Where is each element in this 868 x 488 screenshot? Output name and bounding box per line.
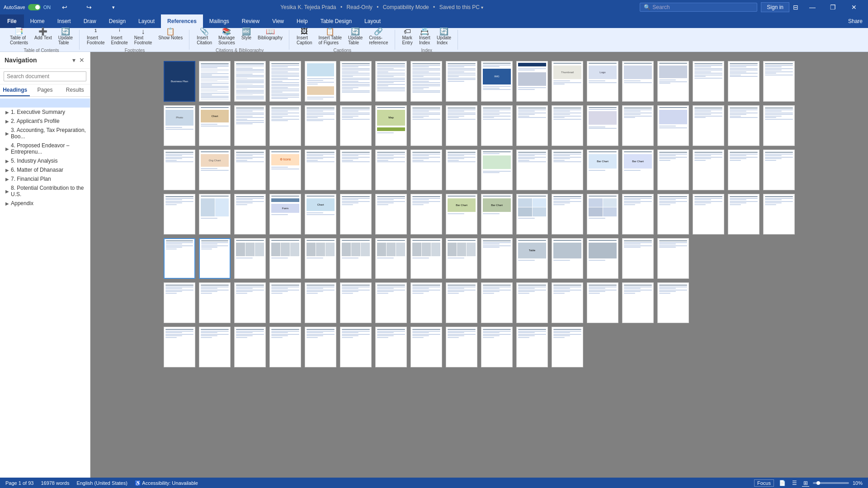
page-thumb-3[interactable] [234,61,266,102]
close-button[interactable]: ✕ [844,0,864,14]
next-footnote-btn[interactable]: ↓ NextFootnote [132,27,155,46]
page-thumb-r3-17[interactable] [728,150,760,190]
page-thumb-r6-4[interactable] [269,282,301,323]
page-thumb-r3-2[interactable]: Org Chart [199,150,231,190]
sign-in-button[interactable]: Sign in [761,2,789,12]
page-thumb-r4-10[interactable]: Bar Chart [481,194,513,235]
nav-item-proposed[interactable]: ▶ 4. Proposed Endeavor – Entreprenu... [0,141,90,156]
page-thumb-r4-4[interactable]: Form [269,194,301,235]
nav-item-exec-summary[interactable]: ▶ 1. Executive Summary [0,108,90,117]
tab-design[interactable]: Design [103,14,132,28]
page-thumb-r2-9[interactable] [446,105,477,146]
insert-citation-btn[interactable]: 📎 InsertCitation [194,27,215,46]
page-thumb-r4-3[interactable] [234,194,266,235]
page-thumb-r5-3[interactable] [234,238,266,279]
page-thumb-r5-9[interactable] [446,238,477,279]
nav-item-industry[interactable]: ▶ 5. Industry Analysis [0,156,90,165]
page-thumb-r4-8[interactable] [410,194,442,235]
show-notes-btn[interactable]: 📋 Show Notes [156,27,185,46]
insert-endnote-btn[interactable]: ⁱ InsertEndnote [108,27,131,46]
page-thumb-r5-15[interactable] [657,238,689,279]
nav-item-financial[interactable]: ▶ 7. Financial Plan [0,174,90,183]
ribbon-display-options[interactable]: ⊟ [793,4,798,11]
page-thumb-r3-5[interactable] [305,150,336,190]
manage-sources-btn[interactable]: 📚 ManageSources [216,27,238,46]
page-thumb-r5-8[interactable] [410,238,442,279]
page-thumb-r5-7[interactable] [375,238,407,279]
page-thumb-r4-14[interactable] [622,194,654,235]
nav-item-appendix[interactable]: ▶ Appendix [0,199,90,208]
page-thumb-18[interactable] [763,61,795,102]
nav-tab-headings[interactable]: Headings [0,84,30,96]
document-area[interactable]: Business Plan [90,52,868,478]
bibliography-btn[interactable]: 📖 Bibliography [255,27,285,46]
minimize-button[interactable]: — [802,0,823,14]
table-of-contents-btn[interactable]: 📑 Table ofContents [7,27,31,46]
page-thumb-r2-17[interactable] [728,105,760,146]
page-thumb-r2-1[interactable]: Photo [164,105,195,146]
page-thumb-r5-14[interactable] [622,238,654,279]
nav-close-button[interactable]: ✕ [78,56,85,65]
view-outline-btn[interactable]: ☰ [791,480,798,486]
page-thumb-8[interactable] [410,61,442,102]
share-button[interactable]: Share [843,14,868,28]
page-thumb-r3-6[interactable] [340,150,372,190]
page-thumb-r3-15[interactable] [657,150,689,190]
page-thumb-r6-1[interactable] [164,282,195,323]
update-table2-btn[interactable]: 🔄 UpdateTable [345,27,365,46]
page-thumb-7[interactable] [375,61,407,102]
tab-draw[interactable]: Draw [77,14,103,28]
zoom-slider[interactable] [813,482,849,484]
tab-home[interactable]: Home [24,14,51,28]
page-thumb-r5-6[interactable] [340,238,372,279]
page-thumb-r3-4[interactable]: ⚙ Icons [269,150,301,190]
page-thumb-6[interactable] [340,61,372,102]
page-thumb-r3-12[interactable] [552,150,583,190]
page-thumb-r5-4[interactable] [269,238,301,279]
tab-layout[interactable]: Layout [132,14,161,28]
page-thumb-r7-3[interactable] [234,327,266,367]
page-thumb-r6-6[interactable] [340,282,372,323]
page-thumb-r4-1[interactable] [164,194,195,235]
page-thumb-16[interactable] [693,61,724,102]
page-thumb-r5-5[interactable] [305,238,336,279]
page-thumb-r3-18[interactable] [763,150,795,190]
page-thumb-r2-14[interactable] [622,105,654,146]
nav-item-accounting[interactable]: ▶ 3. Accounting, Tax Preparation, Boo... [0,126,90,141]
title-search-input[interactable] [652,4,743,10]
page-thumb-r3-11[interactable] [516,150,548,190]
page-thumb-12[interactable]: Thumbnail [552,61,583,102]
page-thumb-r7-12[interactable] [552,327,583,367]
page-thumb-9[interactable] [446,61,477,102]
tab-mailings[interactable]: Mailings [203,14,236,28]
page-thumb-r3-13[interactable]: Bar Chart [587,150,618,190]
page-thumb-13[interactable]: Logo [587,61,618,102]
page-thumb-r7-2[interactable] [199,327,231,367]
nav-item-potential[interactable]: ▶ 8. Potential Contribution to the U.S. [0,183,90,199]
page-thumb-r4-17[interactable] [728,194,760,235]
nav-item-selected[interactable] [0,99,90,108]
page-thumb-r5-11[interactable]: Table [516,238,548,279]
page-thumb-r5-12[interactable] [552,238,583,279]
redo-button[interactable]: ↪ [79,0,99,14]
tab-insert[interactable]: Insert [51,14,77,28]
update-index-btn[interactable]: 🔄 UpdateIndex [434,27,454,46]
page-thumb-10[interactable]: IMG [481,61,513,102]
page-thumb-r6-13[interactable] [587,282,618,323]
page-thumb-r2-16[interactable] [693,105,724,146]
page-thumb-r5-13[interactable] [587,238,618,279]
search-document-input[interactable] [4,71,86,81]
page-thumb-r4-6[interactable] [340,194,372,235]
page-thumb-r6-3[interactable] [234,282,266,323]
page-thumb-14[interactable] [622,61,654,102]
page-thumb-r7-10[interactable] [481,327,513,367]
page-thumb-r2-4[interactable] [269,105,301,146]
doc-dropdown[interactable]: ▾ [481,5,483,10]
page-thumb-r6-10[interactable] [481,282,513,323]
page-thumb-r4-9[interactable]: Bar Chart [446,194,477,235]
page-thumb-r4-5[interactable]: Chart [305,194,336,235]
page-thumb-r4-15[interactable] [657,194,689,235]
page-thumb-r2-6[interactable] [340,105,372,146]
autosave-toggle[interactable] [28,4,41,10]
page-thumb-r2-2[interactable]: Chart [199,105,231,146]
